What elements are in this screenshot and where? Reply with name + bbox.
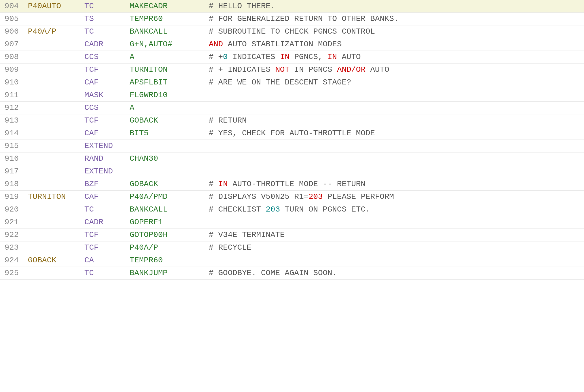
line-number: 919 [0,191,23,203]
label-col [23,153,80,165]
arg-col: MAKECADR [125,0,204,13]
comment-col [204,165,584,178]
line-number: 915 [0,140,23,153]
arg-col: TEMPR60 [125,254,204,267]
line-number: 904 [0,0,23,13]
opcode-col: TS [80,13,125,25]
line-number: 907 [0,38,23,51]
line-number: 925 [0,267,23,280]
line-number: 924 [0,254,23,267]
comment-col [204,102,584,114]
arg-col: A [125,51,204,64]
line-number: 912 [0,102,23,114]
label-col [23,267,80,280]
opcode-col: BZF [80,178,125,191]
label-col [23,76,80,89]
opcode-col: TCF [80,241,125,254]
opcode-col: CADR [80,216,125,229]
comment-col [204,216,584,229]
table-row: 908CCSA# +0 INDICATES IN PGNCS, IN AUTO [0,51,584,64]
comment-col: # V34E TERMINATE [204,229,584,241]
comment-col: AND AUTO STABILIZATION MODES [204,38,584,51]
comment-col: # +0 INDICATES IN PGNCS, IN AUTO [204,51,584,64]
comment-col: # GOODBYE. COME AGAIN SOON. [204,267,584,280]
label-col: GOBACK [23,254,80,267]
label-col [23,89,80,102]
comment-col: # HELLO THERE. [204,0,584,13]
opcode-col: MASK [80,89,125,102]
line-number: 905 [0,13,23,25]
line-number: 918 [0,178,23,191]
table-row: 907CADRG+N,AUTO#AND AUTO STABILIZATION M… [0,38,584,51]
table-row: 909TCFTURNITON# + INDICATES NOT IN PGNCS… [0,64,584,76]
table-row: 925TCBANKJUMP# GOODBYE. COME AGAIN SOON. [0,267,584,280]
label-col [23,229,80,241]
label-col [23,127,80,140]
opcode-col: TC [80,0,125,13]
table-row: 923TCFP40A/P# RECYCLE [0,241,584,254]
line-number: 913 [0,114,23,127]
comment-col: # IN AUTO-THROTTLE MODE -- RETURN [204,178,584,191]
table-row: 917EXTEND [0,165,584,178]
label-col [23,102,80,114]
opcode-col: EXTEND [80,165,125,178]
opcode-col: CAF [80,76,125,89]
arg-col: G+N,AUTO# [125,38,204,51]
table-row: 904P40AUTOTCMAKECADR# HELLO THERE. [0,0,584,13]
opcode-col: CAF [80,191,125,203]
label-col [23,13,80,25]
arg-col: P40A/PMD [125,191,204,203]
comment-col: # RECYCLE [204,241,584,254]
label-col [23,140,80,153]
line-number: 911 [0,89,23,102]
line-number: 906 [0,25,23,38]
line-number: 921 [0,216,23,229]
code-table: 904P40AUTOTCMAKECADR# HELLO THERE.905TST… [0,0,584,280]
label-col [23,241,80,254]
arg-col: BANKJUMP [125,267,204,280]
arg-col: BANKCALL [125,203,204,216]
label-col [23,38,80,51]
line-number: 922 [0,229,23,241]
opcode-col: TC [80,203,125,216]
label-col [23,178,80,191]
opcode-col: CAF [80,127,125,140]
label-col [23,114,80,127]
comment-col [204,89,584,102]
arg-col: FLGWRD10 [125,89,204,102]
arg-col: CHAN30 [125,153,204,165]
line-number: 908 [0,51,23,64]
label-col: TURNITON [23,191,80,203]
arg-col: GOBACK [125,178,204,191]
comment-col: # RETURN [204,114,584,127]
arg-col: GOBACK [125,114,204,127]
arg-col: GOTOP00H [125,229,204,241]
line-number: 910 [0,76,23,89]
table-row: 921CADRGOPERF1 [0,216,584,229]
opcode-col: CCS [80,102,125,114]
label-col [23,165,80,178]
line-number: 923 [0,241,23,254]
table-row: 906P40A/PTCBANKCALL# SUBROUTINE TO CHECK… [0,25,584,38]
label-col: P40A/P [23,25,80,38]
arg-col [125,165,204,178]
label-col [23,203,80,216]
opcode-col: TCF [80,114,125,127]
table-row: 910CAFAPSFLBIT# ARE WE ON THE DESCENT ST… [0,76,584,89]
table-row: 905TSTEMPR60# FOR GENERALIZED RETURN TO … [0,13,584,25]
label-col [23,64,80,76]
arg-col: BANKCALL [125,25,204,38]
arg-col: TURNITON [125,64,204,76]
comment-col: # ARE WE ON THE DESCENT STAGE? [204,76,584,89]
table-row: 918BZFGOBACK# IN AUTO-THROTTLE MODE -- R… [0,178,584,191]
label-col: P40AUTO [23,0,80,13]
table-row: 922TCFGOTOP00H# V34E TERMINATE [0,229,584,241]
comment-col: # + INDICATES NOT IN PGNCS AND/OR AUTO [204,64,584,76]
arg-col: A [125,102,204,114]
comment-col: # CHECKLIST 203 TURN ON PGNCS ETC. [204,203,584,216]
line-number: 917 [0,165,23,178]
arg-col [125,140,204,153]
arg-col: BIT5 [125,127,204,140]
table-row: 915EXTEND [0,140,584,153]
comment-col [204,140,584,153]
